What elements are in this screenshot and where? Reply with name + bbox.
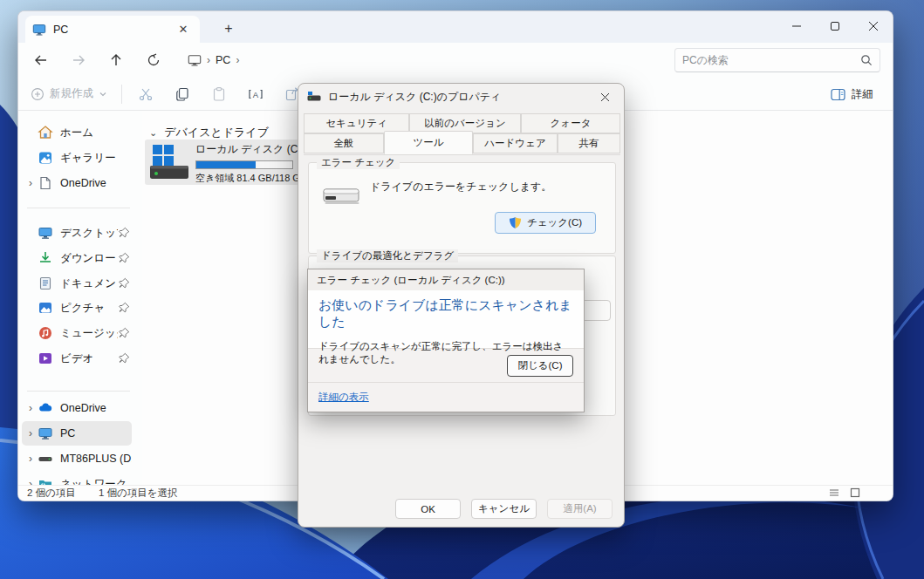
drive-c-name: ローカル ディスク (C:) — [195, 142, 299, 157]
sidebar-item-pictures[interactable]: ピクチャ — [22, 296, 132, 320]
sidebar-item-onedrive-top[interactable]: › OneDrive — [22, 171, 132, 195]
drive-illustration-icon — [323, 184, 359, 207]
chevron-right-icon[interactable]: › — [24, 177, 38, 189]
sidebar-item-label: デスクトップ — [60, 226, 118, 241]
details-pane-button[interactable]: 詳細 — [824, 81, 880, 107]
drive-icon — [38, 451, 53, 467]
breadcrumb-chevron-icon[interactable]: › — [236, 54, 239, 66]
apply-button[interactable]: 適用(A) — [547, 499, 613, 519]
scan-close-button[interactable]: 閉じる(C) — [507, 355, 573, 377]
chevron-right-icon[interactable]: › — [24, 427, 38, 439]
tab-title: PC — [53, 24, 167, 36]
sidebar-item-label: ギャラリー — [60, 151, 132, 166]
item-count-label: 2 個の項目 — [27, 487, 76, 500]
new-tab-button[interactable]: + — [217, 18, 240, 39]
check-button[interactable]: チェック(C) — [495, 212, 596, 234]
copy-button[interactable] — [169, 81, 195, 107]
sidebar-item-label: ビデオ — [60, 351, 118, 366]
sidebar-item-home[interactable]: ホーム — [22, 120, 132, 145]
drive-c-icon — [148, 142, 192, 182]
sidebar-item-desktop[interactable]: デスクトップ — [22, 221, 132, 245]
section-title: デバイスとドライブ — [164, 125, 269, 140]
details-pane-icon — [831, 88, 845, 101]
cancel-button[interactable]: キャンセル — [471, 499, 537, 519]
desktop-icon — [38, 225, 53, 241]
sidebar-item-label: ホーム — [60, 126, 132, 140]
defrag-group-label: ドライブの最適化とデフラグ — [317, 249, 458, 262]
dialog-close-button[interactable] — [585, 84, 624, 110]
error-check-group-label: エラー チェック — [317, 156, 400, 169]
show-details-link[interactable]: 詳細の表示 — [318, 391, 369, 404]
music-icon — [38, 325, 53, 341]
maximize-button[interactable] — [816, 11, 854, 41]
check-button-label: チェック(C) — [527, 216, 582, 229]
sidebar-item-label: ドキュメント — [60, 276, 118, 291]
tab-pane-border — [304, 154, 620, 155]
uac-shield-icon — [509, 216, 522, 229]
search-input[interactable] — [682, 54, 860, 66]
ok-button[interactable]: OK — [395, 499, 461, 519]
sidebar-item-downloads[interactable]: ダウンロード — [22, 246, 132, 270]
download-icon — [38, 250, 53, 266]
sidebar-item-mt86plus-drive[interactable]: › MT86PLUS (D:) — [22, 446, 132, 471]
scan-dialog-content: お使いのドライブは正常にスキャンされました ドライブのスキャンが正常に完了し、エ… — [308, 290, 584, 348]
drive-small-icon — [307, 91, 321, 103]
selected-count-label: 1 個の項目を選択 — [99, 487, 178, 500]
tab-close-button[interactable]: ✕ — [174, 20, 193, 39]
tab-tools[interactable]: ツール — [384, 131, 473, 154]
error-check-description: ドライブのエラーをチェックします。 — [370, 180, 551, 194]
close-button[interactable] — [854, 11, 893, 41]
sidebar-divider — [27, 208, 130, 208]
new-item-button[interactable]: 新規作成 — [31, 86, 107, 101]
svg-text:A: A — [253, 89, 259, 99]
pin-icon — [118, 302, 130, 314]
icon-view-button[interactable] — [849, 487, 861, 499]
devices-and-drives-header[interactable]: ⌄ デバイスとドライブ — [149, 125, 269, 140]
tab-hardware[interactable]: ハードウェア — [473, 133, 558, 153]
dialog-button-row: OK キャンセル 適用(A) — [298, 499, 624, 519]
drive-c-tile[interactable]: ローカル ディスク (C:) 空き領域 81.4 GB/118 GB — [145, 140, 303, 185]
videos-icon — [38, 351, 53, 366]
tab-quota[interactable]: クォータ — [521, 113, 620, 133]
list-view-button[interactable] — [828, 487, 840, 499]
back-button[interactable] — [26, 47, 56, 73]
pin-icon — [118, 327, 130, 339]
properties-tab-control: セキュリティ 以前のバージョン クォータ 全般 ツール ハードウェア 共有 — [304, 113, 620, 154]
paste-button[interactable] — [206, 81, 232, 107]
forward-button[interactable] — [64, 47, 93, 73]
sidebar-item-onedrive[interactable]: › OneDrive — [22, 396, 132, 420]
chevron-down-icon[interactable]: ⌄ — [149, 127, 157, 139]
sidebar-item-pc[interactable]: › PC — [22, 421, 132, 446]
documents-icon — [38, 276, 53, 291]
sidebar-item-gallery[interactable]: ギャラリー — [22, 146, 132, 170]
minimize-button[interactable] — [777, 11, 816, 41]
tab-sharing[interactable]: 共有 — [558, 133, 620, 153]
sidebar-item-videos[interactable]: ビデオ — [22, 346, 132, 371]
pin-icon — [118, 352, 130, 364]
breadcrumb-item-pc[interactable]: PC — [216, 54, 230, 66]
pin-icon — [118, 277, 130, 290]
sidebar-item-documents[interactable]: ドキュメント — [22, 271, 132, 296]
tab-general[interactable]: 全般 — [304, 133, 384, 153]
sidebar-item-music[interactable]: ミュージック — [22, 321, 132, 345]
up-button[interactable] — [101, 47, 131, 73]
breadcrumb-chevron-icon: › — [207, 54, 210, 66]
drive-c-info: ローカル ディスク (C:) 空き領域 81.4 GB/118 GB — [192, 142, 299, 182]
scan-dialog-titlebar: エラー チェック (ローカル ディスク (C:)) — [308, 269, 584, 290]
this-pc-icon[interactable] — [188, 53, 202, 67]
search-box[interactable] — [674, 48, 880, 72]
chevron-right-icon[interactable]: › — [24, 402, 38, 414]
sidebar-item-label: ダウンロード — [60, 251, 118, 266]
sidebar-item-label: ミュージック — [60, 326, 118, 341]
home-icon — [38, 125, 53, 140]
rename-button[interactable]: A — [243, 81, 269, 107]
tab-pc[interactable]: PC ✕ — [25, 16, 200, 43]
refresh-button[interactable] — [139, 47, 168, 73]
cut-button[interactable] — [133, 81, 159, 107]
document-page-icon — [38, 175, 53, 191]
new-item-label: 新規作成 — [50, 86, 93, 101]
gallery-icon — [38, 150, 53, 166]
plus-circle-icon — [31, 87, 44, 101]
pin-icon — [118, 227, 130, 239]
chevron-right-icon[interactable]: › — [24, 453, 38, 465]
